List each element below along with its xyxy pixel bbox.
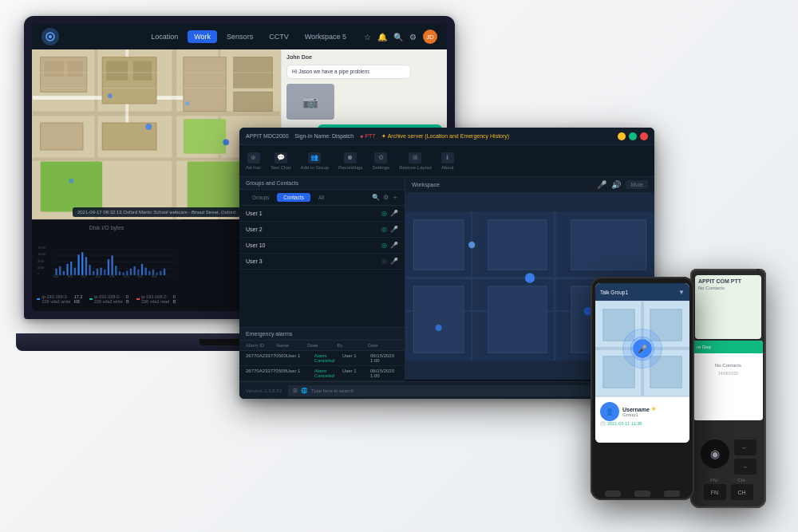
nav-item-work[interactable]: Work xyxy=(188,30,217,43)
user-row-10[interactable]: User 10 ◎ 🎤 xyxy=(239,238,405,254)
svg-text:18:45: 18:45 xyxy=(152,276,157,279)
tab-all[interactable]: All xyxy=(312,193,330,202)
radio-buttons: ◉ ← → FN↑ FN CH- CH xyxy=(690,439,766,500)
dispatch-tabs: Groups Contacts All 🔍 ⚙ ＋ xyxy=(239,190,405,206)
alarm-state-2: Alarm Canceled xyxy=(314,368,342,378)
svg-rect-87 xyxy=(488,220,547,270)
radio-device: APPIT COM PTT No Contacts re Dep No Cont… xyxy=(690,269,766,508)
search-icon[interactable]: 🔍 xyxy=(393,33,403,41)
alarm-name-1: User 1 xyxy=(286,353,314,363)
user-mic-icon-2: 🎤 xyxy=(390,226,398,233)
handheld-talk-group: Talk Group1 xyxy=(600,290,675,295)
svg-rect-71 xyxy=(164,269,165,275)
handheld-home-button[interactable] xyxy=(605,491,621,497)
alarms-header: Alarm ID Name State By Date xyxy=(239,341,405,351)
mute-button[interactable]: Mute xyxy=(626,180,648,189)
user-mic-icon-3: 🎤 xyxy=(390,258,398,265)
tool-about[interactable]: ℹ About xyxy=(441,152,454,170)
svg-text:195 KB: 195 KB xyxy=(38,246,45,250)
user-location-icon-2: ◎ xyxy=(381,226,387,233)
handheld-nav-bar: Talk Group1 ▼ xyxy=(595,283,689,301)
radio-fn-label: FN↑ xyxy=(710,478,719,483)
radio-fn-btn[interactable]: FN xyxy=(704,484,726,500)
radio-back-btn[interactable]: ← xyxy=(734,439,757,455)
gear-icon[interactable]: ⚙ xyxy=(409,33,417,41)
svg-rect-70 xyxy=(160,271,161,275)
nav-item-location[interactable]: Location xyxy=(144,30,184,43)
star-icon[interactable]: ☆ xyxy=(364,33,371,41)
alarm-col-id: Alarm ID xyxy=(246,343,276,348)
radio-contacts-panel: re Dep No Contacts 14/06/2020 xyxy=(693,341,763,420)
user-name-3: User 3 xyxy=(246,258,378,264)
svg-rect-47 xyxy=(74,268,76,275)
user-icons-10: ◎ 🎤 xyxy=(381,242,398,249)
alarm-col-by: By xyxy=(338,343,368,348)
svg-rect-42 xyxy=(55,269,57,275)
window-minimize[interactable] xyxy=(618,132,626,140)
svg-text:18:40: 18:40 xyxy=(137,276,143,279)
svg-point-1 xyxy=(49,35,52,38)
user-row-3[interactable]: User 3 ◎ 🎤 xyxy=(239,254,405,270)
textchat-icon: 💬 xyxy=(275,152,287,164)
nav-items: Location Work Sensors CCTV Workspace 5 xyxy=(144,30,353,43)
svg-point-92 xyxy=(525,273,535,282)
radio-label-1: No Contacts xyxy=(698,286,725,290)
svg-rect-44 xyxy=(63,271,65,275)
user-avatar[interactable]: JD xyxy=(423,30,437,44)
svg-rect-6 xyxy=(172,49,176,219)
settings-icon: ⚙ xyxy=(374,152,387,164)
chat-header: John Doe xyxy=(286,54,442,60)
edge-icon[interactable]: 🌐 xyxy=(301,388,308,394)
radio-ch-btn[interactable]: CH xyxy=(731,484,753,500)
chat-image xyxy=(286,84,334,120)
user-location-icon-10: ◎ xyxy=(381,242,387,249)
tab-groups[interactable]: Groups xyxy=(246,193,275,202)
addgroup-label: Add to Group xyxy=(300,165,329,170)
alarm-row-2[interactable]: 26770A233770508 User 1 Alarm Canceled Us… xyxy=(239,366,405,381)
svg-text:18:15: 18:15 xyxy=(81,276,87,279)
alarm-row-1[interactable]: 26770A233770500 User 1 Alarm Canceled Us… xyxy=(239,351,405,366)
user-mic-icon-1: 🎤 xyxy=(390,210,398,217)
search-contacts-icon[interactable]: 🔍 xyxy=(372,194,380,201)
user-icons-1: ◎ 🎤 xyxy=(381,210,398,217)
user-icons-3: ◎ 🎤 xyxy=(381,258,398,265)
alarm-id-2: 26770A233770508 xyxy=(246,368,286,378)
window-maximize[interactable] xyxy=(629,132,637,140)
handheld-username-row: 👤 Username ★ Group1 xyxy=(600,402,685,421)
add-contacts-icon[interactable]: ＋ xyxy=(392,193,398,202)
handheld-back-button[interactable] xyxy=(634,491,650,497)
alarm-by-2: User 1 xyxy=(342,368,370,378)
nav-bar: Location Work Sensors CCTV Workspace 5 ☆… xyxy=(32,24,447,49)
mic-icon[interactable]: 🎤 xyxy=(597,180,606,189)
alarm-by-1: User 1 xyxy=(342,353,370,363)
radio-forward-btn[interactable]: → xyxy=(734,459,757,475)
radio-screen-title: APPIT COM PTT xyxy=(698,278,758,284)
user-location-icon-3: ◎ xyxy=(381,258,387,265)
tool-textchat[interactable]: 💬 Text Chat xyxy=(271,152,290,170)
radio-contacts-header: re Dep xyxy=(693,341,763,353)
handheld-chevron-icon[interactable]: ▼ xyxy=(678,289,685,296)
nav-item-workspace5[interactable]: Workspace 5 xyxy=(298,30,353,43)
tool-addgroup[interactable]: 👥 Add to Group xyxy=(300,152,329,170)
radio-screen-row-1: No Contacts xyxy=(698,284,758,292)
filter-contacts-icon[interactable]: ⚙ xyxy=(383,194,389,201)
radio-center-btn[interactable]: ◉ xyxy=(701,439,729,468)
user-row-1[interactable]: User 1 ◎ 🎤 xyxy=(239,206,405,222)
tool-settings[interactable]: ⚙ Settings xyxy=(372,152,389,170)
radio-screen: APPIT COM PTT No Contacts xyxy=(695,275,761,339)
app-logo xyxy=(41,28,59,45)
nav-item-sensors[interactable]: Sensors xyxy=(220,30,259,43)
speaker-icon[interactable]: 🔊 xyxy=(611,180,621,189)
bell-icon[interactable]: 🔔 xyxy=(377,33,387,41)
nav-item-cctv[interactable]: CCTV xyxy=(263,30,295,43)
handheld-menu-button[interactable] xyxy=(664,491,680,497)
user-row-2[interactable]: User 2 ◎ 🎤 xyxy=(239,222,405,238)
tool-adhoc[interactable]: ⊕ Ad-hoc xyxy=(246,152,261,170)
tool-recordings[interactable]: ⏺ Recordings xyxy=(338,152,362,170)
tool-restore[interactable]: ⊞ Restore Layout xyxy=(399,152,432,170)
windows-icon[interactable]: ⊞ xyxy=(293,388,298,394)
window-close[interactable] xyxy=(640,132,648,140)
map-popup: 2021-09-17 08:32:13 Oxford Martin School… xyxy=(73,207,240,217)
version-text: Version: 1.3.8.52 xyxy=(246,388,282,393)
tab-contacts[interactable]: Contacts xyxy=(277,193,310,202)
